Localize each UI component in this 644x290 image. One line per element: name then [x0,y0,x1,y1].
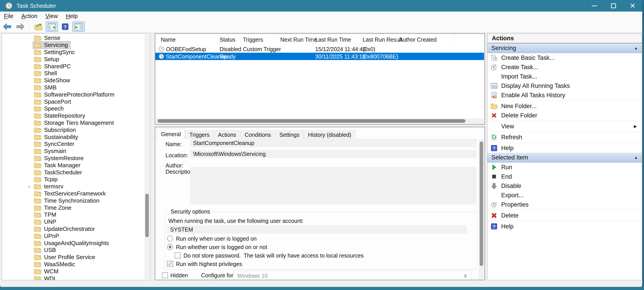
tree-item-sense[interactable]: Sense [2,34,144,42]
menu-file[interactable]: File [0,13,17,20]
tree-item-smb[interactable]: SMB [2,84,144,91]
tab-triggers[interactable]: Triggers [185,130,214,139]
tab-conditions[interactable]: Conditions [241,130,275,139]
tree-node-box[interactable]: SoftwareProtectionPlatform [33,91,117,98]
tree-node-box[interactable]: Subscription [33,126,79,134]
action-item-create-basic-task[interactable]: Create Basic Task... [488,53,642,62]
tree-node-box[interactable]: SettingSync [33,48,78,56]
tree-node-box[interactable]: Shell [33,70,60,77]
radio-run-logged-on-or-not-label[interactable]: Run whether user is logged on or not [176,244,267,250]
radio-run-logged-on-or-not[interactable] [167,244,173,250]
collapse-arrow-icon[interactable]: ▲ [634,156,638,160]
column-separator[interactable] [361,35,361,44]
action-item-help[interactable]: ?Help [488,144,642,153]
action-item-view[interactable]: View▶ [488,122,642,131]
tree-item-systemrestore[interactable]: SystemRestore [2,155,144,162]
menu-action[interactable]: Action [17,13,42,20]
tree-item-servicing[interactable]: Servicing [2,42,144,49]
tree-node-box[interactable]: Sense [33,34,64,42]
checkbox-hidden-label[interactable]: Hidden [170,272,188,279]
tree-node-box[interactable]: UNP [33,218,59,226]
action-item-refresh[interactable]: Refresh [488,132,642,142]
tree-item-time-zone[interactable]: Time Zone [2,204,144,211]
tree-node-box[interactable]: Storage Tiers Management [33,119,117,127]
action-item-disable[interactable]: Disable [488,181,642,190]
tree-node-box[interactable]: SpacePort [33,98,74,106]
action-item-export[interactable]: Export... [488,190,642,200]
menu-help[interactable]: Help [62,13,82,20]
tree-item-sharedpc[interactable]: SharedPC [2,63,144,70]
tree-item-wcm[interactable]: WCM [2,268,144,275]
tree-node-box[interactable]: SyncCenter [33,140,77,148]
column-header-triggers[interactable]: Triggers [243,36,263,43]
export-list-icon[interactable] [32,22,45,32]
tree-item-subscription[interactable]: Subscription [2,126,144,134]
column-separator[interactable] [241,35,241,44]
details-scrollbar-thumb[interactable] [480,142,483,266]
tree-node-box[interactable]: SharedPC [33,62,74,70]
checkbox-do-not-store-password-label[interactable]: Do not store password. The task will onl… [184,252,364,259]
tree-node-box[interactable]: WDI [33,275,58,280]
tree-item-usageandqualityinsights[interactable]: UsageAndQualityInsights [2,240,144,247]
column-separator[interactable] [415,35,416,44]
tree-item-textservicesframework[interactable]: TextServicesFramework [2,190,144,197]
action-item-properties[interactable]: Properties [488,200,642,209]
tree-node-box[interactable]: Sustainability [33,133,81,141]
forward-icon[interactable] [14,22,27,32]
menu-view[interactable]: View [42,13,62,20]
tree-item-storage-tiers-management[interactable]: Storage Tiers Management [2,120,144,126]
tree-node-box[interactable]: Setup [33,56,62,63]
column-separator[interactable] [278,35,278,44]
action-item-run[interactable]: Run [488,162,642,172]
tree-node-box[interactable]: WCM [33,268,62,275]
tree-node-box[interactable]: SideShow [33,76,73,84]
radio-run-only-logged-on[interactable] [167,236,173,242]
checkbox-run-highest-privileges-label[interactable]: Run with highest privileges [176,261,242,267]
minimize-icon[interactable] [585,0,604,12]
tree-node-box[interactable]: TPM [33,211,59,218]
tree-node-box[interactable]: Task Manager [33,162,83,169]
tree-item-task-manager[interactable]: Task Manager [2,162,144,169]
tree-item-waasmedic[interactable]: WaaSMedic [2,261,144,268]
tree-item-unp[interactable]: UNP [2,218,144,226]
tree-item-speech[interactable]: Speech [2,105,144,112]
action-pane-toggle-icon[interactable] [72,22,85,32]
tree-item-spaceport[interactable]: SpacePort [2,98,144,105]
action-item-create-task[interactable]: Create Task... [488,62,642,72]
tree-item-sustainability[interactable]: Sustainability [2,134,144,140]
tree-node-box[interactable]: TaskScheduler [33,168,85,176]
tree-node-box[interactable]: WaaSMedic [33,260,78,268]
tree-node-box[interactable]: SMB [33,84,60,92]
tree-node-box[interactable]: Servicing [33,41,71,49]
back-icon[interactable] [1,22,13,32]
column-header-next-run-time[interactable]: Next Run Time [280,36,317,43]
column-header-created[interactable]: Created [417,36,437,43]
tree-item-termsrv[interactable]: ›termsrv [2,183,144,190]
column-header-author[interactable]: Author [399,36,416,43]
action-item-enable-all-tasks-history[interactable]: Enable All Tasks History [488,90,642,100]
tab-history-disabled[interactable]: History (disabled) [304,130,355,139]
tree-node-box[interactable]: Time Synchronization [33,197,102,204]
tree-item-user-profile-service[interactable]: User Profile Service [2,254,144,261]
column-separator[interactable] [313,35,313,44]
console-tree-toggle-icon[interactable] [46,22,58,32]
column-header-last-run-result[interactable]: Last Run Result [362,36,402,43]
tree-node-box[interactable]: User Profile Service [33,253,98,261]
tree-item-synccenter[interactable]: SyncCenter [2,140,144,148]
task-list-header[interactable]: NameStatusTriggersNext Run TimeLast Run … [155,34,484,45]
tree-node-box[interactable]: Time Zone [33,204,74,212]
tree-node-box[interactable]: UsageAndQualityInsights [33,239,112,247]
column-separator[interactable] [217,35,218,44]
maximize-icon[interactable] [604,0,623,12]
checkbox-hidden[interactable] [162,272,168,278]
tree-node-box[interactable]: termsrv [33,182,66,190]
tree-item-sideshow[interactable]: SideShow [2,77,144,84]
tree-item-tcpip[interactable]: Tcpip [2,176,144,183]
tree-item-usb[interactable]: USB [2,247,144,254]
action-group-header-servicing[interactable]: Servicing▲ [488,43,642,53]
action-item-delete-folder[interactable]: Delete Folder [488,111,642,120]
tree-node-box[interactable]: UPnP [33,232,62,240]
tree-item-upnp[interactable]: UPnP [2,232,144,240]
action-item-help[interactable]: ?Help [488,222,642,231]
column-header-last-run-time[interactable]: Last Run Time [315,36,351,43]
